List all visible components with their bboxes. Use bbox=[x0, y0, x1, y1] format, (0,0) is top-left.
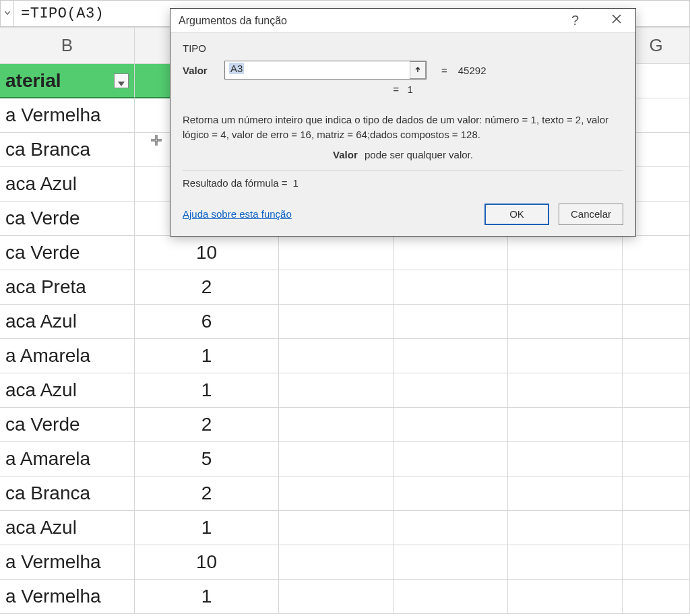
cell[interactable] bbox=[508, 339, 623, 373]
cell[interactable] bbox=[279, 442, 394, 476]
function-eval-value: 1 bbox=[407, 84, 412, 95]
dialog-title: Argumentos da função bbox=[179, 15, 287, 27]
table-row[interactable]: a Vermelha bbox=[0, 580, 135, 614]
dialog-titlebar[interactable]: Argumentos da função ? bbox=[170, 9, 635, 33]
table-header-label: aterial bbox=[5, 70, 61, 92]
cell[interactable] bbox=[279, 580, 394, 614]
table-row[interactable]: 1 bbox=[135, 511, 279, 545]
cell[interactable] bbox=[623, 580, 690, 614]
cell[interactable] bbox=[508, 373, 623, 408]
cell[interactable] bbox=[279, 476, 394, 511]
name-box-dropdown[interactable] bbox=[0, 0, 13, 27]
table-row[interactable]: a Amarela bbox=[0, 442, 135, 476]
table-row[interactable]: 10 bbox=[135, 545, 279, 580]
table-row[interactable]: a Amarela bbox=[0, 339, 135, 373]
cell[interactable] bbox=[394, 339, 508, 373]
close-icon bbox=[611, 13, 622, 27]
function-name: TIPO bbox=[183, 42, 623, 54]
ok-button[interactable]: OK bbox=[484, 204, 549, 225]
table-row[interactable]: ca Verde bbox=[0, 236, 135, 270]
formula-result: Resultado da fórmula = 1 bbox=[183, 177, 623, 189]
cell[interactable] bbox=[623, 339, 690, 373]
collapse-dialog-icon bbox=[414, 65, 422, 76]
cell[interactable] bbox=[279, 270, 394, 305]
cell[interactable] bbox=[508, 511, 623, 545]
cell[interactable] bbox=[394, 373, 508, 408]
cell[interactable] bbox=[394, 305, 508, 339]
cell[interactable] bbox=[508, 270, 623, 305]
col-header-b[interactable]: B bbox=[0, 27, 135, 64]
table-row[interactable]: ca Branca bbox=[0, 133, 135, 167]
cell[interactable] bbox=[394, 511, 508, 545]
help-link[interactable]: Ajuda sobre esta função bbox=[183, 208, 292, 220]
table-row[interactable]: a Vermelha bbox=[0, 98, 135, 133]
cell[interactable] bbox=[623, 270, 690, 305]
table-row[interactable]: a Vermelha bbox=[0, 545, 135, 580]
cell[interactable] bbox=[508, 442, 623, 476]
range-picker-button[interactable] bbox=[410, 61, 426, 79]
table-row[interactable]: aca Azul bbox=[0, 305, 135, 339]
close-button[interactable] bbox=[606, 11, 627, 30]
table-row[interactable]: 6 bbox=[135, 305, 279, 339]
cell[interactable] bbox=[623, 408, 690, 442]
table-row[interactable]: 1 bbox=[135, 339, 279, 373]
function-arguments-dialog: Argumentos da função ? TIPO Valor A3 bbox=[170, 8, 636, 237]
cell[interactable] bbox=[279, 305, 394, 339]
cell[interactable] bbox=[623, 476, 690, 511]
table-row[interactable]: aca Azul bbox=[0, 511, 135, 545]
table-row[interactable]: 1 bbox=[135, 373, 279, 408]
cell[interactable] bbox=[623, 442, 690, 476]
cell[interactable] bbox=[508, 408, 623, 442]
cell[interactable] bbox=[279, 408, 394, 442]
help-button[interactable]: ? bbox=[566, 10, 584, 31]
cell[interactable] bbox=[394, 442, 508, 476]
cell[interactable] bbox=[508, 580, 623, 614]
cell[interactable] bbox=[394, 476, 508, 511]
table-row[interactable]: ca Verde bbox=[0, 408, 135, 442]
table-row[interactable]: aca Azul bbox=[0, 167, 135, 202]
table-row[interactable]: aca Preta bbox=[0, 270, 135, 305]
argument-value: A3 bbox=[229, 63, 244, 74]
cell[interactable] bbox=[279, 373, 394, 408]
separator bbox=[183, 170, 623, 171]
cancel-button[interactable]: Cancelar bbox=[559, 204, 623, 225]
cell[interactable] bbox=[623, 305, 690, 339]
cell[interactable] bbox=[279, 236, 394, 270]
table-header-material[interactable]: aterial bbox=[0, 64, 135, 98]
cell[interactable] bbox=[623, 236, 690, 270]
cell[interactable] bbox=[394, 545, 508, 580]
equals-sign: = bbox=[393, 84, 399, 95]
dialog-body: TIPO Valor A3 = 45292 = bbox=[170, 33, 635, 236]
filter-button[interactable] bbox=[114, 73, 129, 88]
cell[interactable] bbox=[394, 270, 508, 305]
table-row[interactable]: 2 bbox=[135, 476, 279, 511]
app-root: =TIPO(A3) B G aterial C bbox=[0, 0, 690, 616]
cell[interactable] bbox=[623, 373, 690, 408]
table-row[interactable]: ca Verde bbox=[0, 202, 135, 236]
argument-row: Valor A3 = 45292 bbox=[183, 61, 623, 80]
table-row[interactable]: 5 bbox=[135, 442, 279, 476]
cell[interactable] bbox=[394, 580, 508, 614]
table-row[interactable]: ca Branca bbox=[0, 476, 135, 511]
cell[interactable] bbox=[623, 511, 690, 545]
cell[interactable] bbox=[279, 511, 394, 545]
table-row[interactable]: 10 bbox=[135, 236, 279, 270]
cell[interactable] bbox=[508, 305, 623, 339]
table-row[interactable]: aca Azul bbox=[0, 373, 135, 408]
chevron-down-icon bbox=[3, 7, 11, 20]
cell[interactable] bbox=[508, 236, 623, 270]
cell[interactable] bbox=[508, 545, 623, 580]
cell[interactable] bbox=[279, 545, 394, 580]
function-description: Retorna um número inteiro que indica o t… bbox=[183, 113, 623, 142]
argument-eval-value: 45292 bbox=[458, 65, 487, 76]
table-row[interactable]: 2 bbox=[135, 408, 279, 442]
table-row[interactable]: 1 bbox=[135, 580, 279, 614]
cell[interactable] bbox=[508, 476, 623, 511]
cell[interactable] bbox=[279, 339, 394, 373]
cell[interactable] bbox=[394, 408, 508, 442]
table-row[interactable]: 2 bbox=[135, 270, 279, 305]
argument-input[interactable]: A3 bbox=[224, 61, 427, 80]
cell[interactable] bbox=[394, 236, 508, 270]
cell[interactable] bbox=[623, 545, 690, 580]
argument-description: Valor pode ser qualquer valor. bbox=[183, 149, 623, 160]
